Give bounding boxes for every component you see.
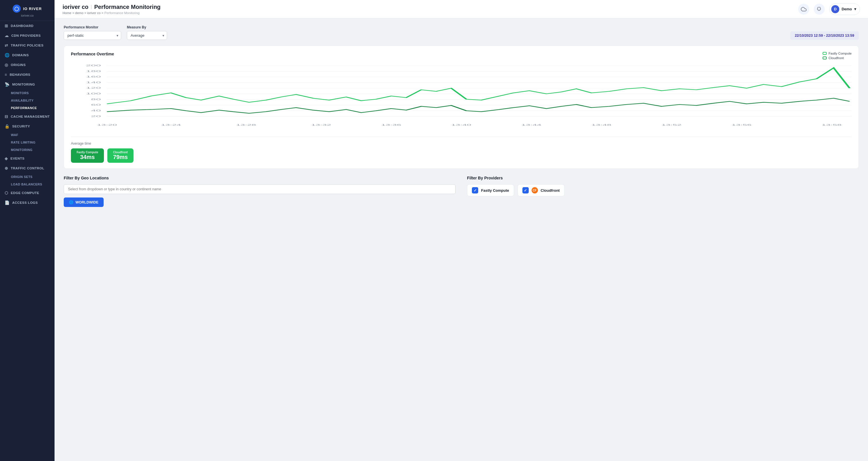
svg-text:13:32: 13:32: [311, 123, 331, 126]
avg-section: Average time Fastly compute 34ms Cloudfr…: [71, 136, 851, 163]
sidebar-item-events[interactable]: ◈ EVENTS: [0, 154, 55, 163]
provider-cloudfront[interactable]: ✓ CF Cloudfront: [518, 184, 565, 196]
sidebar-item-traffic-control[interactable]: ⊕ TRAFFIC CONTROL: [0, 163, 55, 173]
cloudfront-check: ✓: [522, 187, 529, 193]
header-actions: D Demo ▾: [798, 3, 860, 15]
sidebar-item-cdn-providers[interactable]: ☁ CDN PROVIDERS: [0, 31, 55, 40]
breadcrumb-ioriver: ioriver co: [87, 11, 101, 14]
fastly-check: ✓: [472, 187, 478, 193]
measure-select[interactable]: Average: [127, 31, 167, 40]
performance-svg-chart: 200 180 160 140 120 100 80 60 40 20: [71, 63, 851, 132]
monitor-label: Performance Monitor: [64, 25, 121, 29]
cache-icon: ⊟: [5, 114, 8, 119]
controls-row: Performance Monitor perf-static Measure …: [64, 25, 859, 40]
sidebar-item-behaviors[interactable]: ≡ BEHAVIORS: [0, 70, 55, 80]
dashboard-icon: ⊞: [5, 24, 8, 28]
user-menu[interactable]: D Demo ▾: [829, 3, 860, 15]
svg-text:80: 80: [91, 98, 101, 101]
sidebar-item-origin-sets[interactable]: ORIGIN SETS: [0, 173, 55, 181]
cloudfront-legend-dot: [823, 57, 827, 59]
monitor-select[interactable]: perf-static: [64, 31, 121, 40]
measure-select-wrapper: Average: [127, 31, 167, 40]
sidebar-item-dashboard[interactable]: ⊞ DASHBOARD: [0, 21, 55, 31]
fastly-legend-dot: [823, 52, 827, 55]
monitoring-icon: 📡: [5, 82, 10, 87]
svg-text:40: 40: [91, 109, 101, 112]
header-title-block: ioriver co | Performance Monitoring Home…: [63, 4, 160, 14]
svg-text:180: 180: [86, 69, 101, 73]
sidebar-item-monitors[interactable]: MONITORS: [0, 89, 55, 97]
sidebar-item-waf[interactable]: WAF: [0, 131, 55, 139]
monitor-select-wrapper: perf-static: [64, 31, 121, 40]
svg-text:140: 140: [86, 81, 101, 84]
security-icon: 🔒: [5, 124, 10, 129]
svg-text:160: 160: [86, 75, 101, 78]
avg-cards: Fastly compute 34ms Cloudfront 79ms: [71, 148, 851, 163]
fastly-avg-name: Fastly compute: [76, 151, 98, 154]
sidebar-item-domains[interactable]: 🌐 DOMAINS: [0, 50, 55, 60]
edge-icon: ⬡: [5, 191, 8, 195]
svg-text:60: 60: [91, 103, 101, 106]
measure-label: Measure By: [127, 25, 167, 29]
chart-title: Performance Overtime: [71, 52, 114, 56]
lab-button[interactable]: [814, 4, 825, 14]
svg-text:20: 20: [91, 115, 101, 118]
cloud-button[interactable]: [798, 4, 809, 14]
sidebar-item-security[interactable]: 🔒 SECURITY: [0, 121, 55, 131]
sidebar-item-cache-management[interactable]: ⊟ CACHE MANAGEMENT: [0, 112, 55, 121]
sidebar-item-edge-compute[interactable]: ⬡ EDGE COMPUTE: [0, 188, 55, 198]
provider-fastly[interactable]: ✓ Fastly Compute: [467, 184, 514, 196]
svg-text:13:24: 13:24: [161, 123, 181, 126]
sidebar-item-access-logs[interactable]: 📄 ACCESS LOGS: [0, 198, 55, 208]
app-name: IO RIVER: [23, 7, 42, 11]
chart-container: 200 180 160 140 120 100 80 60 40 20: [71, 63, 851, 132]
geo-search-input[interactable]: [64, 184, 456, 194]
sidebar-item-availability[interactable]: AVAILABILITY: [0, 97, 55, 104]
chevron-down-icon: ▾: [854, 7, 856, 11]
providers-filter-title: Filter By Providers: [467, 176, 859, 180]
svg-text:13:48: 13:48: [591, 123, 611, 126]
header-separator: |: [91, 4, 92, 9]
sidebar-item-monitoring[interactable]: 📡 MONITORING: [0, 80, 55, 89]
sidebar-item-sec-monitoring[interactable]: MONITORING: [0, 146, 55, 154]
svg-text:120: 120: [86, 86, 101, 90]
worldwide-button[interactable]: 🌐 WORLDWIDE: [64, 197, 104, 207]
header: ioriver co | Performance Monitoring Home…: [55, 0, 868, 19]
sidebar: ◯ IO RIVER ioriver.co ⊞ DASHBOARD ☁ CDN …: [0, 0, 55, 461]
sidebar-item-performance[interactable]: PERFORMANCE: [0, 104, 55, 112]
breadcrumb-home: Home: [63, 11, 71, 14]
avg-label: Average time: [71, 142, 851, 146]
providers-list: ✓ Fastly Compute ✓ CF Cloudfront: [467, 184, 859, 196]
page-title: Performance Monitoring: [94, 4, 160, 10]
fastly-provider-label: Fastly Compute: [481, 188, 509, 193]
cloudfront-legend-label: Cloudfront: [828, 56, 844, 60]
logo-icon: ◯: [12, 5, 21, 12]
legend-fastly: Fastly Compute: [823, 52, 851, 55]
sidebar-domain: ioriver.co: [21, 14, 34, 17]
avg-card-fastly: Fastly compute 34ms: [71, 148, 104, 163]
svg-text:13:40: 13:40: [451, 123, 471, 126]
svg-text:13:52: 13:52: [661, 123, 681, 126]
cloudfront-avg-value: 79ms: [113, 154, 128, 160]
traffic-policies-icon: ⇄: [5, 43, 8, 48]
header-domain: ioriver co: [63, 4, 88, 10]
breadcrumb: Home > demo > ioriver co > Performance M…: [63, 11, 160, 14]
svg-text:100: 100: [86, 92, 101, 95]
sidebar-item-rate-limiting[interactable]: RATE LIMITING: [0, 139, 55, 146]
behaviors-icon: ≡: [5, 72, 7, 77]
content-area: Performance Monitor perf-static Measure …: [55, 19, 868, 461]
chart-header: Performance Overtime Fastly Compute Clou…: [71, 52, 851, 60]
main-content: ioriver co | Performance Monitoring Home…: [55, 0, 868, 461]
providers-filter-section: Filter By Providers ✓ Fastly Compute ✓ C…: [467, 176, 859, 207]
fastly-avg-value: 34ms: [76, 154, 98, 160]
sidebar-item-traffic-policies[interactable]: ⇄ TRAFFIC POLICIES: [0, 40, 55, 50]
events-icon: ◈: [5, 156, 8, 161]
sidebar-item-load-balancers[interactable]: LOAD BALANCERS: [0, 181, 55, 188]
sidebar-item-origins[interactable]: ◎ ORIGINS: [0, 60, 55, 70]
cloudfront-provider-label: Cloudfront: [541, 188, 560, 193]
breadcrumb-demo: demo: [75, 11, 84, 14]
measure-control-group: Measure By Average: [127, 25, 167, 40]
filters-row: Filter By Geo Locations 🌐 WORLDWIDE Filt…: [64, 176, 859, 207]
domains-icon: 🌐: [5, 53, 10, 57]
chart-legend: Fastly Compute Cloudfront: [823, 52, 851, 60]
